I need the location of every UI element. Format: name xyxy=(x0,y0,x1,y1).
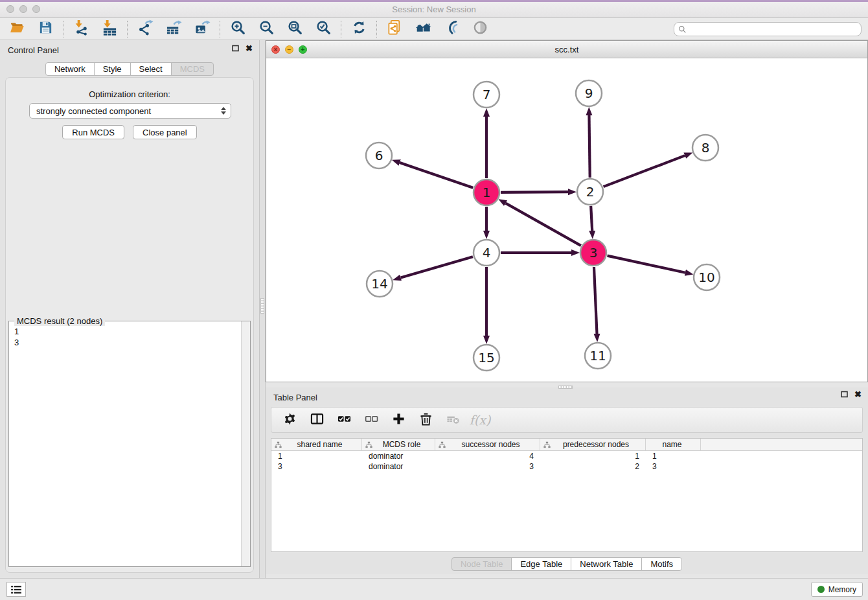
delete-column-button[interactable] xyxy=(417,411,435,429)
column-header-predecessor-nodes[interactable]: predecessor nodes xyxy=(540,439,646,450)
column-header-name[interactable]: name xyxy=(646,439,701,450)
cell-shared-name[interactable]: 1 xyxy=(271,451,362,461)
cell-name[interactable]: 3 xyxy=(646,461,701,472)
table-row[interactable]: 3dominator323 xyxy=(271,461,862,472)
memory-button[interactable]: Memory xyxy=(811,582,863,597)
node-2[interactable]: 2 xyxy=(577,179,603,205)
node-8[interactable]: 8 xyxy=(692,135,718,161)
edge-2-8[interactable] xyxy=(604,156,685,187)
task-history-button[interactable] xyxy=(6,582,26,597)
cell-name[interactable]: 1 xyxy=(646,451,701,461)
cell-MCDS-role[interactable]: dominator xyxy=(362,451,435,461)
zoom-in-button[interactable] xyxy=(226,19,249,39)
cell-successor-nodes[interactable]: 4 xyxy=(435,451,540,461)
column-display-button[interactable] xyxy=(308,411,326,429)
zoom-selected-button[interactable] xyxy=(312,19,335,39)
edge-3-10[interactable] xyxy=(607,256,685,273)
edge-1-2[interactable] xyxy=(501,192,568,192)
function-builder-button[interactable]: f(x) xyxy=(471,411,489,429)
window-title: Session: New Session xyxy=(0,5,868,14)
select-all-checks-button[interactable] xyxy=(335,411,353,429)
close-panel-button[interactable]: Close panel xyxy=(133,125,197,139)
optimization-select-value: strongly connected component xyxy=(30,106,218,116)
table-row[interactable]: 1dominator411 xyxy=(271,451,862,461)
control-panel-title: Control Panel xyxy=(8,45,59,55)
run-mcds-button[interactable]: Run MCDS xyxy=(62,125,124,139)
close-table-panel-icon[interactable]: ✖ xyxy=(854,391,862,398)
vertical-splitter-grip[interactable] xyxy=(260,298,264,314)
zoom-out-button[interactable] xyxy=(255,19,278,39)
node-7[interactable]: 7 xyxy=(474,82,499,108)
tab-motifs[interactable]: Motifs xyxy=(641,557,682,571)
edge-3-11[interactable] xyxy=(594,267,597,334)
float-panel-icon[interactable] xyxy=(232,45,239,52)
tab-style[interactable]: Style xyxy=(94,62,131,76)
export-network-button[interactable] xyxy=(133,19,157,39)
refresh-icon xyxy=(351,19,367,38)
zoom-fit-button[interactable] xyxy=(283,19,306,39)
export-image-button[interactable] xyxy=(190,19,214,39)
node-9[interactable]: 9 xyxy=(576,80,602,106)
node-6[interactable]: 6 xyxy=(366,143,392,168)
tab-node-table[interactable]: Node Table xyxy=(451,557,512,571)
import-network-button[interactable] xyxy=(69,19,93,39)
column-header-successor-nodes[interactable]: successor nodes xyxy=(435,439,540,450)
node-11[interactable]: 11 xyxy=(585,343,611,369)
edge-2-9[interactable] xyxy=(589,115,589,178)
node-14[interactable]: 14 xyxy=(367,271,393,297)
home-button[interactable] xyxy=(411,19,435,39)
import-table-button[interactable] xyxy=(98,19,121,39)
birds-eye-button[interactable] xyxy=(468,19,492,39)
column-label: shared name xyxy=(283,440,361,449)
import-table-icon xyxy=(102,19,118,38)
vertical-splitter[interactable] xyxy=(259,40,266,578)
edge-2-3[interactable] xyxy=(591,206,592,231)
table-options-button[interactable] xyxy=(280,411,299,429)
zoom-fit-icon xyxy=(287,19,303,38)
node-10[interactable]: 10 xyxy=(694,264,720,290)
zoom-in-icon xyxy=(230,19,246,38)
node-label-9: 9 xyxy=(585,86,593,101)
close-panel-icon[interactable]: ✖ xyxy=(246,45,253,52)
column-header-shared-name[interactable]: shared name xyxy=(271,439,362,450)
search-input[interactable] xyxy=(689,25,857,34)
toolbar-group xyxy=(5,19,57,39)
node-3[interactable]: 3 xyxy=(580,240,606,266)
edge-4-14[interactable] xyxy=(401,257,473,277)
tab-edge-table[interactable]: Edge Table xyxy=(511,557,571,571)
float-table-panel-icon[interactable] xyxy=(841,391,848,398)
open-file-button[interactable] xyxy=(5,19,29,39)
edge-3-1[interactable] xyxy=(506,203,581,246)
cell-MCDS-role[interactable]: dominator xyxy=(362,461,435,472)
save-session-button[interactable] xyxy=(34,19,57,39)
hide-details-button[interactable] xyxy=(440,19,463,39)
network-from-file-button[interactable] xyxy=(383,19,406,39)
cell-shared-name[interactable]: 3 xyxy=(271,461,362,472)
column-header-MCDS-role[interactable]: MCDS role xyxy=(362,439,435,450)
node-label-8: 8 xyxy=(702,140,710,156)
deselect-all-checks-button[interactable] xyxy=(362,411,380,429)
cell-predecessor-nodes[interactable]: 1 xyxy=(540,451,646,461)
mcds-result-scrollbar[interactable] xyxy=(241,321,250,566)
tab-mcds[interactable]: MCDS xyxy=(171,62,214,76)
network-canvas[interactable]: 7968124314101511 xyxy=(266,58,867,382)
tab-network-table[interactable]: Network Table xyxy=(571,557,642,571)
add-column-button[interactable] xyxy=(389,411,407,429)
optimization-select[interactable]: strongly connected component xyxy=(29,103,231,119)
table-toolbar: f(x) xyxy=(271,407,863,433)
delete-table-button[interactable] xyxy=(444,411,462,429)
cell-successor-nodes[interactable]: 3 xyxy=(435,461,540,472)
tab-network[interactable]: Network xyxy=(45,62,95,76)
memory-label: Memory xyxy=(828,585,856,594)
cell-predecessor-nodes[interactable]: 2 xyxy=(540,461,646,472)
edge-1-6[interactable] xyxy=(400,163,473,188)
refresh-button[interactable] xyxy=(347,19,371,39)
search-field[interactable] xyxy=(674,22,862,36)
node-1[interactable]: 1 xyxy=(474,179,499,205)
tab-select[interactable]: Select xyxy=(130,62,172,76)
node-15[interactable]: 15 xyxy=(474,345,499,371)
select-stepper-icon xyxy=(218,104,229,118)
node-4[interactable]: 4 xyxy=(474,240,499,266)
toolbar-separator xyxy=(127,21,128,38)
export-table-button[interactable] xyxy=(162,19,185,39)
